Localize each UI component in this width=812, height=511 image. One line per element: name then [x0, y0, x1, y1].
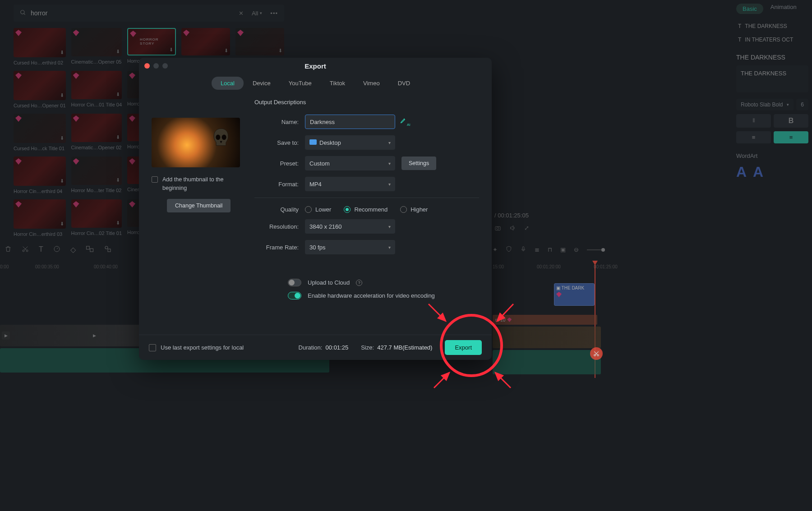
preset-settings-button[interactable]: Settings — [401, 157, 436, 170]
thumbnail-label: Horror Cin…erthird 03 — [14, 231, 66, 237]
zoom-slider[interactable] — [587, 249, 603, 250]
fullscreen-icon[interactable]: ⤢ — [524, 225, 529, 233]
more-icon[interactable]: ••• — [270, 10, 278, 17]
text-layer-item[interactable]: TIN THEATERS OCT — [736, 33, 808, 46]
effect-clip[interactable]: nt 10 — [493, 315, 597, 325]
tool-icon[interactable]: ✦ — [493, 246, 498, 253]
zoom-out-icon[interactable]: ⊖ — [574, 246, 579, 253]
template-thumbnail[interactable]: ⬇Horror Cin…erthird 03 — [14, 199, 66, 237]
tab-tiktok[interactable]: Tiktok — [321, 77, 354, 90]
spacing-icon[interactable]: ⫴ — [736, 114, 771, 128]
template-thumbnail[interactable]: ⬇Horror Cin…01 Title 04 — [71, 71, 122, 108]
quality-label: Quality — [254, 206, 305, 213]
tab-device[interactable]: Device — [244, 77, 280, 90]
gem-icon — [73, 201, 79, 207]
tab-dvd[interactable]: DVD — [389, 77, 419, 90]
ai-rename-icon[interactable]: AI — [400, 117, 411, 127]
template-thumbnail[interactable]: ⬇Cinematic…Opener 02 — [71, 114, 122, 151]
tab-youtube[interactable]: YouTube — [280, 77, 321, 90]
tab-vimeo[interactable]: Vimeo — [354, 77, 389, 90]
annotation-arrow — [431, 369, 454, 393]
preset-select[interactable]: Custom ▾ — [305, 156, 395, 170]
gem-icon — [129, 158, 135, 165]
change-thumbnail-button[interactable]: Change Thumbnail — [167, 199, 231, 212]
svg-rect-11 — [522, 247, 524, 250]
svg-rect-8 — [108, 249, 111, 252]
svg-line-18 — [434, 373, 449, 388]
search-input[interactable] — [31, 9, 234, 17]
download-icon: ⬇ — [60, 221, 64, 227]
name-label: Name: — [254, 119, 305, 125]
delete-icon[interactable] — [5, 245, 12, 254]
crop-icon[interactable]: ◇ — [70, 245, 76, 254]
format-select[interactable]: MP4 ▾ — [305, 177, 395, 191]
use-last-settings-checkbox[interactable]: Use last export settings for local — [149, 344, 244, 351]
audio-clip-right[interactable] — [493, 350, 601, 374]
speed-icon[interactable] — [53, 245, 60, 254]
quality-higher-radio[interactable]: Higher — [400, 206, 428, 213]
volume-icon[interactable] — [509, 225, 516, 233]
section-heading: Output Descriptions — [254, 99, 479, 106]
saveto-select[interactable]: Desktop ▾ — [305, 135, 395, 150]
template-thumbnail[interactable]: ⬇Cinematic…Opener 05 — [71, 28, 122, 65]
thumbnail-label: Horror Mo…ter Title 02 — [71, 188, 122, 193]
export-button[interactable]: Export — [445, 340, 482, 355]
dialog-footer: Use last export settings for local Durat… — [139, 335, 492, 360]
hw-accel-toggle[interactable] — [288, 292, 301, 299]
wordart-preset[interactable]: A — [736, 164, 747, 180]
video-clip-right[interactable] — [493, 327, 601, 348]
quality-recommend-radio[interactable]: Recommend — [344, 206, 388, 213]
upload-cloud-toggle[interactable] — [288, 279, 301, 286]
template-thumbnail[interactable]: ⬇Horror Cin…erthird 04 — [14, 157, 66, 194]
name-input[interactable] — [305, 115, 395, 129]
clear-icon[interactable]: ✕ — [239, 10, 244, 17]
font-select[interactable]: Roboto Slab Bold▾ — [736, 99, 794, 110]
template-thumbnail[interactable]: ⬇Cursed Ho…ck Title 01 — [14, 114, 66, 151]
tab-basic[interactable]: Basic — [736, 4, 763, 14]
marker-icon[interactable]: ▣ — [560, 246, 566, 253]
title-clip[interactable]: ▣ THE DARK — [554, 283, 595, 306]
template-thumbnail[interactable]: ⬇Cursed Ho…Opener 01 — [14, 71, 66, 108]
search-bar: ✕ All ▾ ••• — [14, 5, 284, 22]
bold-icon[interactable]: B — [774, 114, 808, 128]
download-icon: ⬇ — [224, 48, 228, 54]
preset-label: Preset: — [254, 160, 305, 167]
tab-local[interactable]: Local — [212, 77, 244, 90]
preview-controls: ⤢ — [494, 225, 529, 233]
download-icon: ⬇ — [60, 178, 64, 184]
template-thumbnail[interactable]: ⬇Horror Cin…02 Title 01 — [71, 199, 122, 237]
text-icon[interactable]: T — [39, 245, 43, 254]
color-icon[interactable] — [86, 245, 94, 254]
quality-lower-radio[interactable]: Lower — [305, 206, 331, 213]
tab-animation[interactable]: Animation — [770, 4, 797, 14]
template-thumbnail[interactable]: ⬇Horror Mo…ter Title 02 — [71, 157, 122, 194]
list-icon[interactable]: ≣ — [535, 246, 540, 253]
align-left-icon[interactable]: ≡ — [736, 131, 771, 143]
shield-icon[interactable] — [506, 246, 512, 253]
wordart-preset[interactable]: A — [753, 164, 763, 180]
text-layer-item[interactable]: TTHE DARKNESS — [736, 19, 808, 33]
help-icon[interactable]: ? — [356, 280, 362, 286]
framerate-select[interactable]: 30 fps ▾ — [305, 240, 395, 254]
wordart-label: WordArt — [736, 152, 808, 159]
filter-all[interactable]: All ▾ — [248, 10, 266, 17]
add-thumbnail-checkbox[interactable]: Add the thumbnail to the beginning — [152, 175, 242, 193]
magnet-icon[interactable]: ⊓ — [548, 246, 552, 253]
download-icon: ⬇ — [116, 220, 120, 226]
align-center-icon[interactable]: ≡ — [774, 131, 808, 143]
mic-icon[interactable] — [520, 246, 526, 253]
font-size-input[interactable]: 6 — [796, 99, 808, 110]
svg-line-19 — [495, 373, 511, 388]
snapshot-icon[interactable] — [494, 225, 501, 233]
format-label: Format: — [254, 181, 305, 188]
cut-icon[interactable] — [22, 245, 29, 254]
effects-icon[interactable] — [104, 245, 112, 254]
title-text-input[interactable]: THE DARKNESS — [736, 65, 808, 92]
gem-icon — [183, 30, 189, 36]
template-thumbnail[interactable]: ⬇Cursed Ho…erthird 02 — [14, 28, 66, 65]
download-icon: ⬇ — [60, 135, 64, 141]
split-button[interactable] — [590, 347, 603, 360]
gem-icon — [129, 201, 135, 207]
chevron-down-icon: ▾ — [388, 182, 391, 187]
resolution-select[interactable]: 3840 x 2160 ▾ — [305, 219, 395, 234]
